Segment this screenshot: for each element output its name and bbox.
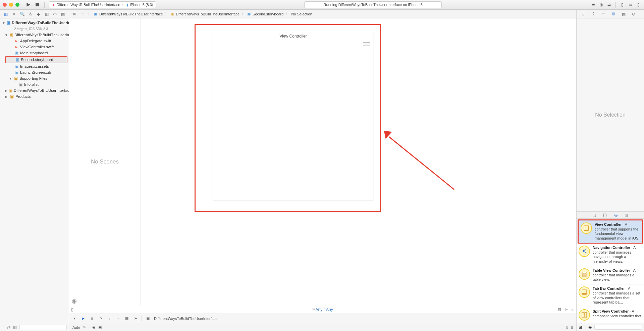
chevron-right-icon: 〉 [121, 2, 125, 7]
library-item-tab-bar-controller[interactable]: Tab Bar Controller - A controller that m… [577, 284, 644, 307]
scheme-device: iPhone 6 (8.3) [130, 3, 153, 7]
debug-bar: ▾ ▶ ⏸ ↷ ↓ ↑ ▦ ➤ ▣ DifferentWaysToBuildTh… [69, 314, 576, 323]
size-inspector-icon[interactable]: ▤ [621, 11, 626, 17]
resolve-icon[interactable]: ⟐ [571, 307, 574, 312]
pin-icon[interactable]: ⊩ [565, 307, 568, 312]
crumb-1[interactable]: DifferentWaysToBuildTheUserInterface [176, 12, 240, 16]
crumb-3[interactable]: No Selection [291, 12, 312, 16]
file-template-library-icon[interactable]: ▢ [592, 213, 597, 217]
scm-icon[interactable]: ▥ [13, 325, 17, 330]
crumb-0[interactable]: DifferentWaysToBuildTheUserInterface [99, 12, 163, 16]
library-item-view-controller[interactable]: View Controller - A controller that supp… [579, 220, 642, 243]
filter-icon[interactable]: ◉ [72, 297, 77, 305]
issue-navigator-icon[interactable]: ⚠ [28, 11, 33, 17]
symbol-navigator-icon[interactable]: ⌗ [11, 11, 16, 17]
attributes-inspector-icon[interactable]: ⟱ [611, 11, 616, 17]
align-icon[interactable]: ⊟ [558, 307, 561, 312]
jump-bar[interactable]: ⊞ 〈 〉 ▣ DifferentWaysToBuildTheUserInter… [69, 10, 576, 18]
code-snippet-library-icon[interactable]: { } [603, 213, 607, 217]
grid-view-icon[interactable]: ⊞ [579, 325, 582, 330]
step-into-icon[interactable]: ↓ [107, 316, 112, 321]
quick-help-icon[interactable]: ? [591, 11, 596, 17]
find-navigator-icon[interactable]: 🔍 [20, 11, 25, 17]
library-filter-input[interactable] [594, 325, 642, 330]
project-node[interactable]: ▼▣ DifferentWaysToBuildTheUserInterface [0, 20, 69, 26]
canvas-button[interactable] [363, 42, 370, 46]
media-library-icon[interactable]: ▥ [624, 213, 629, 217]
version-editor-icon[interactable]: ⇄ [606, 2, 612, 8]
toggle-utilities-icon[interactable]: ▯ [635, 2, 641, 8]
recent-icon[interactable]: ◷ [7, 325, 10, 330]
file-viewcontroller[interactable]: ▸ViewController.swift [0, 44, 69, 50]
view-controller-scene[interactable]: View Controller [213, 32, 373, 200]
step-out-icon[interactable]: ↑ [115, 316, 121, 321]
auto-label[interactable]: Auto [72, 325, 80, 329]
standard-editor-icon[interactable]: ☰ [590, 2, 596, 8]
location-icon[interactable]: ➤ [133, 316, 138, 321]
library-item-navigation-controller[interactable]: < Navigation Controller - A controller t… [577, 244, 644, 266]
navigator-filter-bar: + ◷ ▥ [0, 323, 69, 331]
view-debug-icon[interactable]: ▦ [124, 316, 129, 321]
filter-input[interactable] [19, 325, 67, 330]
related-items-icon[interactable]: ⊞ [72, 11, 77, 17]
console-view-icon[interactable]: ▯ [571, 325, 573, 329]
group-node[interactable]: ▼▣ DifferentWaysToBuildTheUserInterface [0, 32, 69, 38]
object-library-icon[interactable]: ◎ [613, 213, 618, 217]
back-icon[interactable]: 〈 [79, 11, 85, 17]
library-item-table-view-controller[interactable]: Table View Controller - A controller tha… [577, 266, 644, 284]
file-inspector-icon[interactable]: ▯ [581, 11, 586, 17]
ib-canvas[interactable]: View Controller [141, 18, 576, 305]
toggle-debug-icon[interactable]: ▭ [627, 2, 633, 8]
file-main-storyboard[interactable]: ▣Main.storyboard [0, 50, 69, 56]
close-window[interactable] [3, 3, 7, 7]
report-navigator-icon[interactable]: ▤ [61, 11, 65, 17]
identity-inspector-icon[interactable]: ▭ [601, 11, 606, 17]
project-navigator-icon[interactable]: ▥ [3, 11, 8, 17]
utilities-panel: No Selection ▢ { } ◎ ▥ View Controller -… [576, 18, 644, 331]
assistant-editor-icon[interactable]: ◎ [598, 2, 604, 8]
bottom-bar: Auto ⇅ | ◉ ▣ ▯ ▯ [69, 323, 576, 331]
breakpoint-navigator-icon[interactable]: ▭ [52, 11, 57, 17]
size-class-bar[interactable]: ▯ w Any h Any ⊟ ⊩ ⟐ [69, 305, 576, 314]
file-infoplist[interactable]: ▣Info.plist [0, 81, 69, 87]
file-launchscreen-xib[interactable]: ▣LaunchScreen.xib [0, 69, 69, 75]
file-appdelegate[interactable]: ▸AppDelegate.swift [0, 38, 69, 44]
variables-view-icon[interactable]: ▯ [566, 325, 568, 329]
step-over-icon[interactable]: ↷ [98, 316, 103, 321]
svg-rect-3 [582, 272, 586, 273]
toggle-navigator-icon[interactable]: ▯ [619, 2, 625, 8]
file-images-xcassets[interactable]: ▣Images.xcassets [0, 63, 69, 69]
process-icon: ▣ [145, 316, 151, 321]
library-item-split-view-controller[interactable]: Split View Controller - A composite view… [577, 307, 644, 323]
run-button[interactable] [25, 2, 32, 8]
group-supporting[interactable]: ▼▣Supporting Files [0, 75, 69, 81]
file-second-storyboard[interactable]: ▣Second.storyboard [6, 57, 67, 63]
stop-button[interactable] [34, 2, 40, 8]
quicklook-icon[interactable]: ▣ [98, 325, 102, 329]
toolbar: ▲ DifferentWaysToBuildTheUserInterface 〉… [0, 0, 644, 10]
breakpoints-icon[interactable]: ▶ [80, 316, 86, 321]
svg-marker-0 [26, 3, 30, 6]
minimize-window[interactable] [9, 3, 13, 7]
crumb-2[interactable]: Second.storyboard [253, 12, 283, 16]
eye-icon[interactable]: ◉ [92, 325, 96, 329]
scheme-selector[interactable]: ▲ DifferentWaysToBuildTheUserInterface 〉… [49, 1, 156, 8]
filter-icon[interactable]: ◉ [588, 325, 592, 330]
debug-navigator-icon[interactable]: ▥ [44, 11, 49, 17]
table-icon [579, 268, 590, 280]
updown-icon[interactable]: ⇅ [83, 325, 86, 329]
toggle-outline-icon[interactable]: ▯ [71, 307, 73, 312]
test-navigator-icon[interactable]: ◆ [36, 11, 41, 17]
add-icon[interactable]: + [2, 325, 4, 330]
project-icon: ▣ [94, 12, 97, 16]
connections-inspector-icon[interactable]: ⊝ [631, 11, 636, 17]
inspector-area: No Selection [577, 18, 644, 211]
hide-debug-icon[interactable]: ▾ [72, 316, 77, 321]
zoom-window[interactable] [15, 3, 19, 7]
vc-title: View Controller [279, 34, 307, 39]
annotation-arrow [389, 136, 454, 190]
group-tests[interactable]: ▶▣DifferentWaysToB…UserInterfaceTests [0, 87, 69, 93]
group-products[interactable]: ▶▣Products [0, 93, 69, 100]
forward-icon[interactable]: 〉 [87, 11, 92, 17]
continue-icon[interactable]: ⏸ [89, 316, 95, 321]
